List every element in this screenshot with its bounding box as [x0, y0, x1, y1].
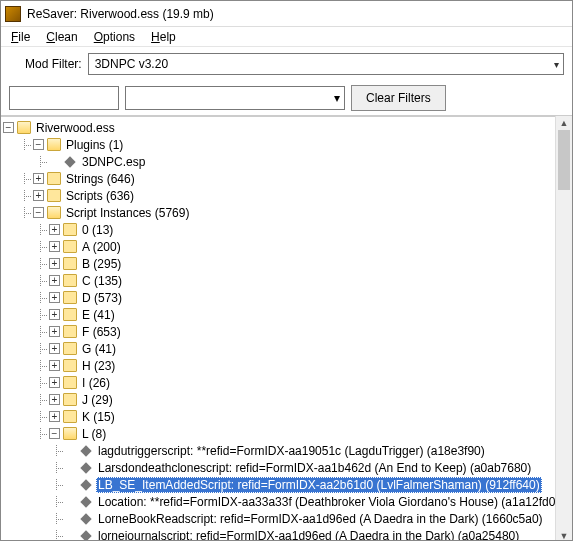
tree-instance-item[interactable]: LorneBookReadscript: refid=FormIDX-aa1d9… [3, 510, 555, 527]
mod-filter-row: Mod Filter: 3DNPC v3.20 ▾ [1, 47, 572, 81]
expand-toggle[interactable]: − [33, 207, 44, 218]
scroll-down-icon[interactable]: ▼ [556, 529, 572, 541]
expand-toggle[interactable]: + [49, 224, 60, 235]
tree-label: H (23) [80, 359, 117, 373]
tree-label: I (26) [80, 376, 112, 390]
window-title: ReSaver: Riverwood.ess (19.9 mb) [27, 7, 214, 21]
tree-label: 0 (13) [80, 223, 115, 237]
expand-toggle[interactable]: + [33, 173, 44, 184]
tree-strings[interactable]: +Strings (646) [3, 170, 555, 187]
tree-label: Riverwood.ess [34, 121, 117, 135]
item-icon [80, 496, 91, 507]
folder-icon [47, 206, 61, 219]
tree-group-H[interactable]: +H (23) [3, 357, 555, 374]
tree-label: A (200) [80, 240, 123, 254]
tree-group-K[interactable]: +K (15) [3, 408, 555, 425]
tree-scripts[interactable]: +Scripts (636) [3, 187, 555, 204]
chevron-down-icon: ▾ [334, 91, 340, 105]
tree-label: K (15) [80, 410, 117, 424]
tree-instance-item[interactable]: lornejournalscript: refid=FormIDX-aa1d96… [3, 527, 555, 541]
tree-group-B[interactable]: +B (295) [3, 255, 555, 272]
expand-toggle[interactable]: + [49, 411, 60, 422]
vertical-scrollbar[interactable]: ▲ ▼ [555, 116, 572, 541]
tree-view[interactable]: −Riverwood.ess−Plugins (1)3DNPC.esp+Stri… [1, 116, 555, 541]
scrollbar-thumb[interactable] [558, 130, 570, 190]
expand-toggle[interactable]: − [49, 428, 60, 439]
tree-plugins[interactable]: −Plugins (1) [3, 136, 555, 153]
tree-label: lagdutriggerscript: **refid=FormIDX-aa19… [96, 444, 487, 458]
tree-script-instances[interactable]: −Script Instances (5769) [3, 204, 555, 221]
expand-toggle[interactable]: + [49, 258, 60, 269]
tree-label: LB_SE_ItemAddedScript: refid=FormIDX-aa2… [96, 477, 542, 493]
tree-instance-item[interactable]: LB_SE_ItemAddedScript: refid=FormIDX-aa2… [3, 476, 555, 493]
tree-group-J[interactable]: +J (29) [3, 391, 555, 408]
menu-help[interactable]: Help [145, 29, 182, 45]
folder-icon [63, 240, 77, 253]
expand-toggle[interactable]: + [49, 394, 60, 405]
expand-toggle[interactable]: + [49, 377, 60, 388]
expand-toggle[interactable]: + [49, 241, 60, 252]
folder-icon [63, 410, 77, 423]
tree-root[interactable]: −Riverwood.ess [3, 119, 555, 136]
folder-icon [63, 308, 77, 321]
chevron-down-icon: ▾ [554, 59, 559, 70]
item-icon [80, 462, 91, 473]
tree-group-0[interactable]: +0 (13) [3, 221, 555, 238]
scroll-up-icon[interactable]: ▲ [556, 116, 572, 130]
tree-group-E[interactable]: +E (41) [3, 306, 555, 323]
tree-instance-item[interactable]: lagdutriggerscript: **refid=FormIDX-aa19… [3, 442, 555, 459]
tree-label: J (29) [80, 393, 115, 407]
menu-options[interactable]: Options [88, 29, 141, 45]
tree-group-I[interactable]: +I (26) [3, 374, 555, 391]
tree-label: F (653) [80, 325, 123, 339]
tree-label: Larsdondeathclonescript: refid=FormIDX-a… [96, 461, 533, 475]
tree-group-C[interactable]: +C (135) [3, 272, 555, 289]
tree-instance-item[interactable]: Location: **refid=FormIDX-aa33a33f (Deat… [3, 493, 555, 510]
item-icon [80, 513, 91, 524]
tree-group-L[interactable]: −L (8) [3, 425, 555, 442]
tree-label: G (41) [80, 342, 118, 356]
tree-plugin-item[interactable]: 3DNPC.esp [3, 153, 555, 170]
tree-label: Script Instances (5769) [64, 206, 191, 220]
folder-icon [63, 223, 77, 236]
folder-icon [47, 172, 61, 185]
tree-group-A[interactable]: +A (200) [3, 238, 555, 255]
expand-toggle[interactable]: + [49, 360, 60, 371]
expand-toggle[interactable]: + [49, 309, 60, 320]
filter-type-combo[interactable]: ▾ [125, 86, 345, 110]
tree-label: 3DNPC.esp [80, 155, 147, 169]
tree-group-G[interactable]: +G (41) [3, 340, 555, 357]
folder-icon [63, 376, 77, 389]
filter-text-input[interactable] [9, 86, 119, 110]
folder-icon [17, 121, 31, 134]
menu-clean[interactable]: Clean [40, 29, 83, 45]
menu-file[interactable]: File [5, 29, 36, 45]
tree-label: lornejournalscript: refid=FormIDX-aa1d96… [96, 529, 521, 542]
item-icon [80, 530, 91, 541]
expand-toggle[interactable]: + [33, 190, 44, 201]
expand-toggle[interactable]: + [49, 292, 60, 303]
clear-filters-button[interactable]: Clear Filters [351, 85, 446, 111]
tree-label: Strings (646) [64, 172, 137, 186]
filter-toolbar: ▾ Clear Filters [1, 81, 572, 116]
expand-toggle[interactable]: + [49, 343, 60, 354]
expand-toggle[interactable]: + [49, 275, 60, 286]
tree-instance-item[interactable]: Larsdondeathclonescript: refid=FormIDX-a… [3, 459, 555, 476]
expand-toggle[interactable]: + [49, 326, 60, 337]
tree-label: D (573) [80, 291, 124, 305]
titlebar: ReSaver: Riverwood.ess (19.9 mb) [1, 1, 572, 27]
tree-group-F[interactable]: +F (653) [3, 323, 555, 340]
folder-icon [63, 257, 77, 270]
expand-toggle[interactable]: − [33, 139, 44, 150]
mod-filter-combo[interactable]: 3DNPC v3.20 ▾ [88, 53, 564, 75]
tree-group-D[interactable]: +D (573) [3, 289, 555, 306]
item-icon [80, 479, 91, 490]
tree-label: Location: **refid=FormIDX-aa33a33f (Deat… [96, 495, 555, 509]
item-icon [80, 445, 91, 456]
folder-icon [63, 291, 77, 304]
folder-icon [63, 274, 77, 287]
folder-icon [63, 325, 77, 338]
folder-icon [63, 342, 77, 355]
mod-filter-value: 3DNPC v3.20 [95, 57, 168, 71]
expand-toggle[interactable]: − [3, 122, 14, 133]
